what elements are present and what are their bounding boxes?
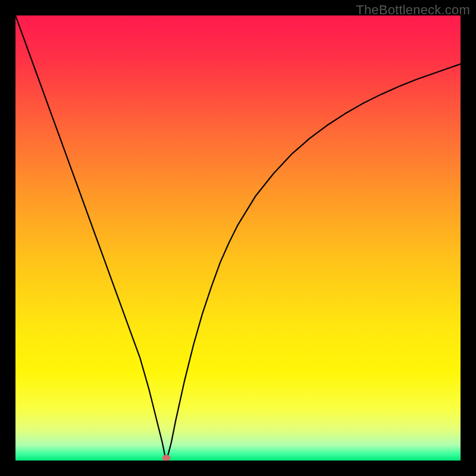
watermark-text: TheBottleneck.com <box>356 2 470 18</box>
bottleneck-chart <box>15 15 461 461</box>
gradient-background <box>15 15 461 461</box>
chart-container: TheBottleneck.com <box>0 0 476 476</box>
